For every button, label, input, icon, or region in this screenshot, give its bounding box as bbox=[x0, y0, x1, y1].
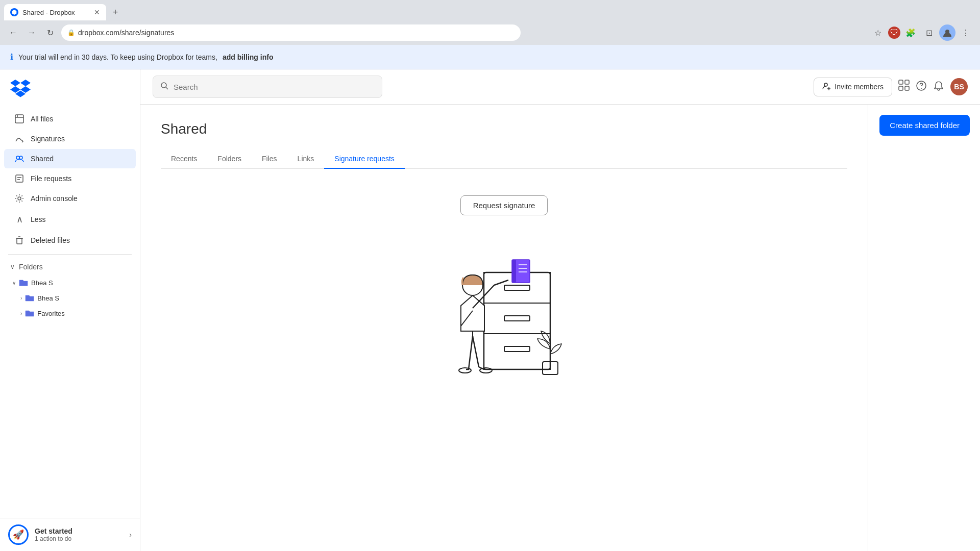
svg-point-15 bbox=[824, 83, 827, 86]
sidebar-item-file-requests[interactable]: File requests bbox=[4, 169, 136, 188]
folders-chevron-icon: ∨ bbox=[10, 263, 15, 270]
svg-rect-30 bbox=[504, 346, 530, 352]
right-panel: Create shared folder bbox=[868, 105, 980, 551]
folder-favorites-label: Favorites bbox=[37, 310, 64, 317]
tab-links[interactable]: Links bbox=[287, 149, 325, 169]
signature-requests-empty-state: Request signature bbox=[161, 185, 847, 405]
search-icon bbox=[160, 82, 168, 92]
shared-icon bbox=[14, 154, 24, 163]
notifications-button[interactable] bbox=[933, 80, 944, 94]
active-tab[interactable]: Shared - Dropbox ✕ bbox=[4, 4, 106, 20]
sidebar-item-signatures[interactable]: Signatures bbox=[4, 129, 136, 148]
sidebar-item-admin-console[interactable]: Admin console bbox=[4, 189, 136, 208]
invite-members-button[interactable]: Invite members bbox=[814, 78, 892, 96]
tab-files[interactable]: Files bbox=[252, 149, 287, 169]
bookmark-button[interactable]: ☆ bbox=[870, 24, 886, 41]
folder-favorites-chevron-icon: › bbox=[20, 311, 22, 316]
svg-line-14 bbox=[166, 87, 168, 89]
nav-bar: ← → ↻ 🔒 dropbox.com/share/signatures ☆ 🛡… bbox=[0, 20, 980, 45]
svg-point-5 bbox=[19, 156, 22, 159]
svg-rect-21 bbox=[905, 86, 909, 90]
all-files-icon bbox=[14, 114, 24, 123]
invite-members-label: Invite members bbox=[835, 83, 884, 91]
chevron-up-icon: ∧ bbox=[14, 214, 24, 225]
trial-banner: ℹ Your trial will end in 30 days. To kee… bbox=[0, 45, 980, 69]
request-signature-button[interactable]: Request signature bbox=[460, 195, 548, 215]
back-button[interactable]: ← bbox=[6, 26, 20, 40]
lock-icon: 🔒 bbox=[67, 29, 75, 36]
get-started-title: Get started bbox=[35, 527, 123, 535]
page-content: Shared Recents Folders Files Links bbox=[140, 105, 980, 551]
svg-rect-26 bbox=[484, 303, 550, 334]
address-bar[interactable]: 🔒 dropbox.com/share/signatures bbox=[61, 24, 521, 41]
new-tab-button[interactable]: + bbox=[108, 5, 122, 19]
tab-recents[interactable]: Recents bbox=[161, 149, 207, 169]
svg-point-23 bbox=[921, 88, 922, 89]
folder-tree: ∨ Bhea S › Bhea S › Favorites bbox=[0, 275, 140, 321]
search-input[interactable] bbox=[174, 83, 375, 91]
svg-point-37 bbox=[459, 368, 471, 373]
sidebar-divider bbox=[8, 254, 132, 255]
folder-chevron-sub-icon: › bbox=[20, 295, 22, 301]
folder-item-bhea-s-root[interactable]: ∨ Bhea S bbox=[0, 275, 140, 290]
help-button[interactable] bbox=[916, 80, 927, 94]
search-box[interactable] bbox=[153, 76, 382, 98]
user-avatar[interactable]: BS bbox=[950, 78, 968, 95]
sidebar: All files Signatures Shared File request… bbox=[0, 69, 140, 551]
svg-rect-6 bbox=[16, 175, 23, 182]
svg-rect-32 bbox=[512, 260, 516, 283]
get-started-arrow-icon: › bbox=[129, 531, 132, 539]
svg-rect-18 bbox=[899, 80, 903, 84]
folders-section-header[interactable]: ∨ Folders bbox=[0, 259, 140, 275]
empty-state-illustration bbox=[433, 232, 576, 395]
tab-signature-requests[interactable]: Signature requests bbox=[324, 149, 405, 169]
shared-label: Shared bbox=[31, 155, 54, 163]
tab-bar: Shared - Dropbox ✕ + bbox=[0, 0, 980, 20]
profile-sync-button[interactable]: ⊡ bbox=[921, 24, 937, 41]
create-shared-folder-button[interactable]: Create shared folder bbox=[879, 115, 970, 136]
less-toggle[interactable]: ∧ Less bbox=[4, 209, 136, 230]
sidebar-item-all-files[interactable]: All files bbox=[4, 109, 136, 129]
page-title: Shared bbox=[161, 121, 847, 137]
forward-button[interactable]: → bbox=[24, 26, 39, 40]
info-icon: ℹ bbox=[10, 52, 13, 62]
tab-folders[interactable]: Folders bbox=[207, 149, 252, 169]
svg-rect-28 bbox=[504, 285, 530, 290]
reload-button[interactable]: ↻ bbox=[43, 26, 57, 40]
get-started-text: Get started 1 action to do bbox=[35, 527, 123, 542]
sidebar-item-shared[interactable]: Shared bbox=[4, 149, 136, 168]
folder-item-favorites[interactable]: › Favorites bbox=[0, 306, 140, 321]
svg-rect-1 bbox=[15, 115, 23, 123]
trash-icon bbox=[14, 236, 24, 245]
menu-button[interactable]: ⋮ bbox=[958, 24, 974, 41]
folder-item-bhea-s-sub[interactable]: › Bhea S bbox=[0, 290, 140, 306]
svg-point-13 bbox=[161, 83, 166, 88]
svg-point-9 bbox=[18, 197, 21, 200]
tab-favicon bbox=[10, 8, 18, 16]
svg-rect-29 bbox=[504, 316, 530, 321]
folder-bhea-s-root-label: Bhea S bbox=[31, 279, 53, 287]
get-started-subtitle: 1 action to do bbox=[35, 535, 123, 542]
header-actions: Invite members BS bbox=[814, 78, 968, 96]
ublock-icon[interactable]: 🛡 bbox=[888, 27, 900, 39]
tab-close-button[interactable]: ✕ bbox=[94, 8, 100, 16]
svg-rect-10 bbox=[17, 238, 22, 244]
folder-chevron-icon: ∨ bbox=[12, 280, 16, 286]
main-header: Invite members BS bbox=[140, 69, 980, 105]
apps-grid-button[interactable] bbox=[898, 80, 910, 94]
svg-rect-19 bbox=[905, 80, 909, 84]
app-layout: All files Signatures Shared File request… bbox=[0, 69, 980, 551]
get-started-icon: 🚀 bbox=[8, 524, 29, 545]
get-started-widget[interactable]: 🚀 Get started 1 action to do › bbox=[0, 518, 140, 551]
invite-members-icon bbox=[822, 82, 830, 92]
tabs: Recents Folders Files Links Signature re… bbox=[161, 149, 847, 169]
billing-link[interactable]: add billing info bbox=[223, 53, 274, 61]
folders-label: Folders bbox=[19, 263, 43, 271]
dropbox-logo-icon bbox=[10, 80, 31, 97]
profile-button[interactable] bbox=[939, 24, 955, 41]
less-label: Less bbox=[31, 215, 46, 223]
sidebar-item-deleted-files[interactable]: Deleted files bbox=[4, 231, 136, 250]
main-content: Invite members BS Shared bbox=[140, 69, 980, 551]
sidebar-logo[interactable] bbox=[0, 69, 140, 105]
extensions-button[interactable]: 🧩 bbox=[902, 24, 919, 41]
